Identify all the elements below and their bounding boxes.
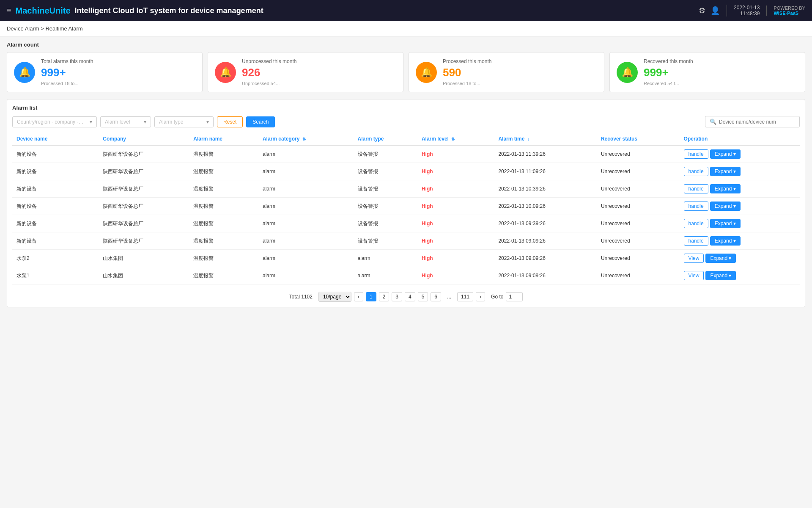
- alarm-card-unprocessed: 🔔 Unprocessed this month 926 Unprocessed…: [208, 52, 403, 92]
- type-filter[interactable]: Alarm type ▾: [154, 116, 214, 127]
- op-btn1[interactable]: View: [684, 271, 704, 280]
- op-btn-expand[interactable]: Expand ▾: [710, 236, 741, 246]
- col-alarm-time[interactable]: Alarm time ↓: [494, 133, 597, 146]
- cell-device-name: 新的设备: [12, 163, 99, 180]
- powered-brand: WISE-PaaS: [774, 11, 805, 16]
- table-row: 新的设备 陕西研华设备总厂 温度报警 alarm 设备警报 High 2022-…: [12, 215, 800, 232]
- pagination-page-1[interactable]: 1: [366, 292, 376, 301]
- cell-alarm-name: 温度报警: [189, 180, 258, 198]
- type-filter-arrow: ▾: [206, 119, 209, 125]
- op-btn-expand[interactable]: Expand ▾: [710, 202, 741, 211]
- table-row: 水泵1 山水集团 温度报警 alarm alarm High 2022-01-1…: [12, 267, 800, 284]
- cell-alarm-level: High: [417, 232, 494, 250]
- pagination-page-5[interactable]: 5: [418, 292, 428, 301]
- cell-alarm-time: 2022-01-13 09:09:26: [494, 232, 597, 250]
- filter-row: Country/region - company - eq... ▾ Alarm…: [12, 116, 800, 127]
- pagination-page-3[interactable]: 3: [392, 292, 402, 301]
- page-size-select[interactable]: 10/page 20/page 50/page: [318, 292, 351, 302]
- type-filter-label: Alarm type: [159, 119, 183, 125]
- pagination-page-2[interactable]: 2: [379, 292, 390, 301]
- op-btn1[interactable]: View: [684, 254, 704, 263]
- country-filter[interactable]: Country/region - company - eq... ▾: [12, 116, 97, 127]
- cell-operation: handle Expand ▾: [680, 198, 800, 215]
- alarm-number-recovered: 999+: [644, 66, 798, 79]
- cell-device-name: 新的设备: [12, 232, 99, 250]
- op-btn-expand[interactable]: Expand ▾: [705, 254, 736, 263]
- cell-recover-status: Unrecovered: [597, 267, 680, 284]
- device-search-input[interactable]: [719, 119, 795, 125]
- cell-operation: handle Expand ▾: [680, 284, 800, 285]
- cell-company: 山水集团: [99, 267, 189, 284]
- cell-device-name: 新的设备: [12, 146, 99, 163]
- col-alarm-category[interactable]: Alarm category ⇅: [258, 133, 354, 146]
- alarm-sub-unprocessed: Unprocessed 54...: [242, 81, 396, 86]
- col-alarm-level[interactable]: Alarm level ⇅: [417, 133, 494, 146]
- header-powered: POWERED BY WISE-PaaS: [766, 6, 805, 16]
- pagination-dots: ...: [444, 293, 455, 301]
- cell-alarm-time: 2022-01-13 08:39:26: [494, 284, 597, 285]
- alarm-table-scroll[interactable]: Device name Company Alarm name Alarm cat…: [12, 133, 800, 285]
- op-btn1[interactable]: handle: [684, 184, 708, 193]
- cell-alarm-name: 温度报警: [189, 163, 258, 180]
- cell-alarm-category: alarm: [258, 163, 354, 180]
- alarm-table-header: Device name Company Alarm name Alarm cat…: [12, 133, 800, 146]
- reset-button[interactable]: Reset: [217, 116, 243, 127]
- cell-alarm-time: 2022-01-13 10:09:26: [494, 198, 597, 215]
- op-btn-expand[interactable]: Expand ▾: [705, 271, 736, 280]
- op-btn1[interactable]: handle: [684, 236, 708, 246]
- cell-recover-status: Unrecovered: [597, 232, 680, 250]
- cell-alarm-level: High: [417, 215, 494, 232]
- op-btn-expand[interactable]: Expand ▾: [710, 219, 741, 228]
- menu-icon[interactable]: ≡: [7, 6, 11, 15]
- cell-alarm-time: 2022-01-13 09:09:26: [494, 250, 597, 267]
- op-btn1[interactable]: handle: [684, 167, 708, 176]
- op-btn-expand[interactable]: Expand ▾: [710, 167, 741, 176]
- cell-recover-status: Unrecovered: [597, 163, 680, 180]
- cell-alarm-type: alarm: [354, 267, 417, 284]
- cell-alarm-level: High: [417, 267, 494, 284]
- cell-operation: handle Expand ▾: [680, 180, 800, 198]
- op-btn1[interactable]: handle: [684, 219, 708, 228]
- op-btn1[interactable]: handle: [684, 149, 708, 159]
- alarm-sub-processed: Processed 18 to...: [443, 81, 597, 86]
- device-search-wrapper: 🔍: [705, 116, 800, 127]
- cell-alarm-level: High: [417, 163, 494, 180]
- alarm-count-cards: 🔔 Total alarms this month 999+ Processed…: [7, 52, 805, 92]
- pagination-page-6[interactable]: 6: [431, 292, 441, 301]
- alarm-card-content-unprocessed: Unprocessed this month 926 Unprocessed 5…: [242, 58, 396, 86]
- alarm-card-content-recovered: Recovered this month 999+ Recovered 54 t…: [644, 58, 798, 86]
- cell-alarm-level: High: [417, 284, 494, 285]
- pagination-next[interactable]: ›: [476, 292, 485, 301]
- cell-device-name: 新的设备: [12, 198, 99, 215]
- breadcrumb-parent[interactable]: Device Alarm: [7, 25, 39, 32]
- cell-alarm-name: 温度报警: [189, 215, 258, 232]
- level-filter[interactable]: Alarm level ▾: [100, 116, 151, 127]
- col-operation: Operation: [680, 133, 800, 146]
- pagination-page-4[interactable]: 4: [405, 292, 415, 301]
- table-row: 新的设备 陕西研华设备总厂 温度报警 alarm 设备警报 High 2022-…: [12, 232, 800, 250]
- alarm-table: Device name Company Alarm name Alarm cat…: [12, 133, 800, 285]
- settings-icon[interactable]: ⚙: [699, 6, 705, 15]
- cell-operation: View Expand ▾: [680, 267, 800, 284]
- alarm-label-total: Total alarms this month: [41, 58, 195, 64]
- alarm-card-processed: 🔔 Processed this month 590 Processed 18 …: [409, 52, 604, 92]
- search-button[interactable]: Search: [246, 116, 275, 127]
- cell-alarm-time: 2022-01-13 10:39:26: [494, 180, 597, 198]
- goto-input[interactable]: [506, 292, 523, 301]
- cell-device-name: 水泵1: [12, 267, 99, 284]
- cell-operation: handle Expand ▾: [680, 215, 800, 232]
- cell-recover-status: Unrecovered: [597, 180, 680, 198]
- alarm-card-content-processed: Processed this month 590 Processed 18 to…: [443, 58, 597, 86]
- country-filter-arrow: ▾: [90, 119, 92, 125]
- pagination-page-last[interactable]: 111: [457, 292, 473, 301]
- cell-company: 陕西研华设备总厂: [99, 163, 189, 180]
- op-btn1[interactable]: handle: [684, 202, 708, 211]
- pagination-prev[interactable]: ‹: [354, 292, 363, 301]
- powered-by-label: POWERED BY: [774, 6, 805, 11]
- alarm-card-total: 🔔 Total alarms this month 999+ Processed…: [7, 52, 203, 92]
- user-icon[interactable]: 👤: [710, 6, 720, 15]
- country-filter-label: Country/region - company - eq...: [17, 119, 85, 125]
- op-btn-expand[interactable]: Expand ▾: [710, 149, 741, 159]
- op-btn-expand[interactable]: Expand ▾: [710, 184, 741, 193]
- cell-alarm-type: 设备警报: [354, 180, 417, 198]
